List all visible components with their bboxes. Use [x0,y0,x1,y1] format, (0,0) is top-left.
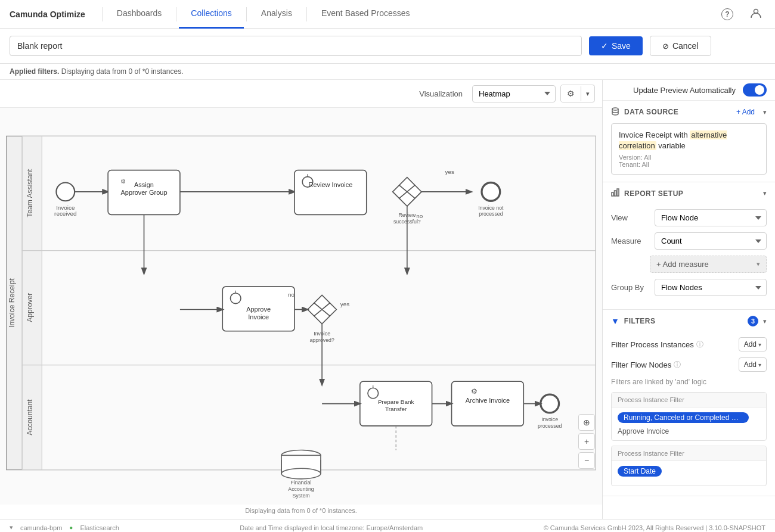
connection-icon: ▾ [10,524,13,531]
report-setup-header[interactable]: REPORT SETUP ▾ [603,182,775,204]
update-preview-section: Update Preview Automatically [603,80,775,101]
svg-text:received: received [54,211,76,217]
data-source-card[interactable]: Invoice Receipt with alternative correla… [611,123,767,175]
view-select[interactable]: Flow Node Process Instance User Task [655,209,767,226]
save-button[interactable]: ✓ Save [589,36,643,55]
nav-event-based[interactable]: Event Based Processes [309,0,422,29]
report-title-input[interactable] [10,36,582,56]
zoom-out-button[interactable]: − [578,452,595,469]
report-setup-chevron: ▾ [763,189,767,197]
svg-text:no: no [288,291,294,298]
nav-collections[interactable]: Collections [179,0,243,29]
process-instances-label: Filter Process Instances [611,340,694,349]
filter-card-2: Process Instance Filter Start Date [611,446,767,486]
target-button[interactable]: ⊕ [578,414,595,431]
zoom-in-icon: + [584,437,589,446]
svg-text:Financial: Financial [290,480,311,486]
measure-select[interactable]: Count Duration Frequency [655,232,767,250]
svg-text:Assign: Assign [134,181,154,188]
svg-rect-80 [617,189,619,196]
flow-nodes-label: Filter Flow Nodes [611,360,671,369]
filter-card-2-tag[interactable]: Start Date [618,466,662,477]
filters-section: ▼ FILTERS 3 ▾ Filter Process Instances ⓘ… [603,310,775,496]
add-measure-button[interactable]: + Add measure ▾ [650,256,767,273]
group-by-row: Group By Flow Nodes None Start Date [611,279,767,296]
update-preview-toggle[interactable] [743,83,767,97]
process-instances-add-chevron: ▾ [758,341,761,348]
help-button[interactable]: ? [718,5,737,24]
canvas-status: Displaying data from 0 of *0 instances. [0,505,602,519]
nav-analysis[interactable]: Analysis [249,0,304,29]
svg-text:Invoice not: Invoice not [478,205,504,211]
process-instances-info-icon[interactable]: ⓘ [696,340,703,350]
canvas-area: Visualization Heatmap Table Bar Chart Li… [0,80,602,519]
svg-text:Transfer: Transfer [385,406,407,412]
view-label: View [611,213,650,222]
measure-label: Measure [611,237,650,245]
bpmn-canvas[interactable]: Invoice Receipt Team Assistant Approver … [0,108,602,505]
svg-text:Accountant: Accountant [26,399,34,435]
process-instances-label-wrap: Filter Process Instances ⓘ [611,340,734,350]
header-right: ? [718,5,765,24]
svg-rect-79 [615,191,616,196]
flow-nodes-add-button[interactable]: Add ▾ [739,357,767,372]
svg-point-34 [482,183,500,201]
filters-header[interactable]: ▼ FILTERS 3 ▾ [603,310,775,332]
user-icon [750,7,762,21]
chevron-down-icon: ▾ [586,90,590,97]
filter-card-1: Process Instance Filter Running, Cancele… [611,392,767,441]
group-by-select[interactable]: Flow Nodes None Start Date [655,279,767,296]
copyright-label: © Camunda Services GmbH 2023, All Rights… [544,524,765,531]
svg-text:no: no [416,213,423,219]
user-button[interactable] [746,5,765,24]
process-instances-add-button[interactable]: Add ▾ [739,337,767,351]
svg-point-13 [56,183,75,201]
db-label: Elasticsearch [80,524,119,531]
filter-card-1-header: Process Instance Filter [612,393,766,407]
cancel-button[interactable]: ⊘ Cancel [650,36,711,56]
filters-body: Filter Process Instances ⓘ Add ▾ Filter … [603,332,775,496]
header: Camunda Optimize Dashboards Collections … [0,0,775,29]
svg-point-64 [541,394,559,413]
viz-type-select[interactable]: Heatmap Table Bar Chart Line Chart Numbe… [472,85,556,102]
svg-text:⚙: ⚙ [471,387,478,396]
group-by-label: Group By [611,283,650,292]
add-measure-chevron: ▾ [757,260,760,268]
report-setup-body: View Flow Node Process Instance User Tas… [603,204,775,309]
filter-badge: 3 [748,316,758,326]
filter-logic-text: Filters are linked by 'and' logic [611,378,767,386]
svg-text:Invoice Receipt: Invoice Receipt [8,278,16,328]
data-source-chevron: ▾ [763,108,767,116]
svg-text:Archive Invoice: Archive Invoice [466,397,510,404]
canvas-controls: ⊕ + − [578,414,595,469]
main-layout: Visualization Heatmap Table Bar Chart Li… [0,80,775,519]
zoom-out-icon: − [584,456,589,465]
filter-card-1-tag[interactable]: Running, Canceled or Completed Flow No..… [618,412,749,423]
viz-chevron-button[interactable]: ▾ [581,86,594,101]
flow-nodes-filter-row: Filter Flow Nodes ⓘ Add ▾ [611,357,767,372]
ban-icon: ⊘ [662,42,669,51]
footer: ▾ camunda-bpm ● Elasticsearch Date and T… [0,519,775,532]
svg-text:Prepare Bank: Prepare Bank [378,399,414,405]
database-icon [611,107,619,117]
data-source-section: DATA SOURCE + Add ▾ Invoice Receipt with… [603,101,775,182]
nav-dashboards[interactable]: Dashboards [105,0,174,29]
data-source-add-btn[interactable]: + Add [733,107,758,117]
viz-gear-button[interactable]: ⚙ [561,85,581,102]
svg-text:Approver Group: Approver Group [120,189,167,196]
data-source-header[interactable]: DATA SOURCE + Add ▾ [603,101,775,123]
svg-text:yes: yes [340,301,349,307]
zoom-in-button[interactable]: + [578,433,595,450]
svg-text:⚙: ⚙ [120,178,126,185]
svg-text:Accounting: Accounting [288,486,314,492]
process-instances-filter-row: Filter Process Instances ⓘ Add ▾ [611,337,767,351]
nav-divider-4 [306,7,307,21]
filters-chevron: ▾ [763,318,767,325]
svg-text:processed: processed [538,423,562,429]
flow-nodes-info-icon[interactable]: ⓘ [674,360,681,370]
viz-settings-group: ⚙ ▾ [560,85,595,102]
app-logo: Camunda Optimize [10,10,85,19]
svg-text:Invoice: Invoice [56,204,75,211]
svg-text:Approver: Approver [26,293,34,322]
view-row: View Flow Node Process Instance User Tas… [611,209,767,226]
